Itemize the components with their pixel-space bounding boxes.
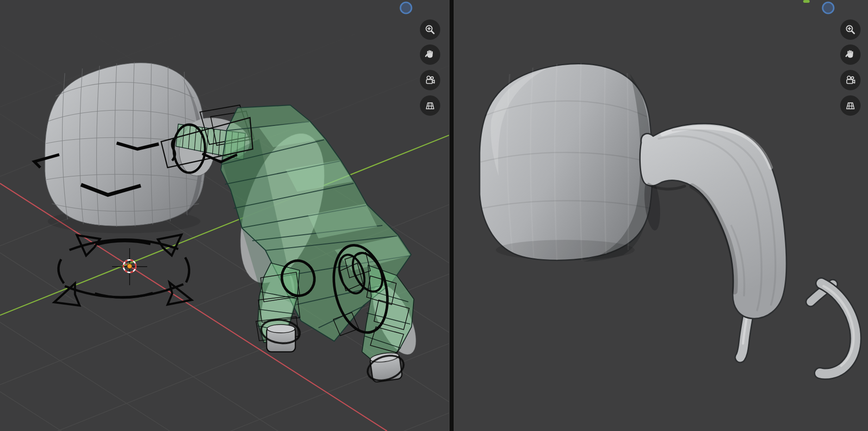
green-axis-gizmo-tick <box>803 0 810 3</box>
grid-plane-icon <box>844 100 856 112</box>
pan-button-right[interactable] <box>840 44 861 65</box>
navigation-gizmo-ball-right[interactable] <box>821 1 835 15</box>
viewport-right-smooth-mesh[interactable] <box>454 0 868 431</box>
magnifier-plus-icon <box>844 24 856 36</box>
viewport-splitter[interactable] <box>449 0 454 431</box>
zoom-button-right[interactable] <box>840 19 861 40</box>
camera-icon <box>844 74 856 86</box>
foot-left[interactable] <box>267 325 295 352</box>
split-3d-viewport-window <box>0 0 868 431</box>
hand-icon <box>424 49 436 61</box>
grid-perspective-button-left[interactable] <box>420 95 440 116</box>
viewport-left-armature[interactable] <box>0 0 449 431</box>
smooth-head-mesh[interactable] <box>480 63 662 262</box>
zoom-button-left[interactable] <box>420 19 440 40</box>
camera-view-button-left[interactable] <box>420 70 440 90</box>
navigation-gizmo-ball-left[interactable] <box>399 1 413 15</box>
magnifier-plus-icon <box>424 24 436 36</box>
camera-icon <box>424 74 436 86</box>
grid-plane-icon <box>424 100 436 112</box>
hand-icon <box>844 49 856 61</box>
grid-perspective-button-right[interactable] <box>840 95 861 116</box>
camera-view-button-right[interactable] <box>840 70 861 90</box>
pan-button-left[interactable] <box>420 44 440 65</box>
